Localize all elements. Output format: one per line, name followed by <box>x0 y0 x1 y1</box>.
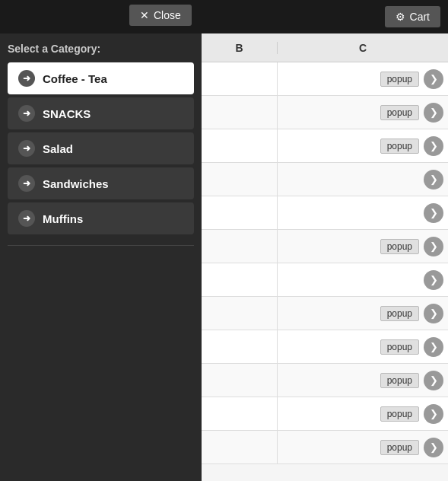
close-label: Close <box>154 9 181 21</box>
popup-button[interactable]: popup <box>380 306 419 321</box>
popup-button[interactable]: popup <box>380 139 419 154</box>
row-col-c: popup❯ <box>278 371 448 390</box>
category-label: Muffins <box>43 212 83 225</box>
table-row: popup❯ <box>202 129 448 163</box>
row-col-b <box>202 230 278 263</box>
row-col-c: popup❯ <box>278 337 448 357</box>
row-col-b <box>202 96 278 129</box>
arrow-icon: ➜ <box>18 140 35 157</box>
row-col-b <box>202 364 278 397</box>
row-nav-button[interactable]: ❯ <box>424 69 443 89</box>
sidebar-item-sandwiches[interactable]: ➜Sandwiches <box>8 167 194 199</box>
row-nav-button[interactable]: ❯ <box>424 203 443 223</box>
row-nav-button[interactable]: ❯ <box>424 136 443 156</box>
category-select-label: Select a Category: <box>8 43 194 55</box>
main-layout: Select a Category: ➜Coffee - Tea➜SNACKS➜… <box>0 33 448 481</box>
table-row: ❯ <box>202 196 448 230</box>
table-row: ❯ <box>202 263 448 297</box>
row-nav-button[interactable]: ❯ <box>424 103 443 123</box>
table-row: popup❯ <box>202 431 448 464</box>
content-area: B C popup❯popup❯popup❯❯❯popup❯❯popup❯pop… <box>202 33 448 481</box>
table-row: ❯ <box>202 163 448 196</box>
arrow-icon: ➜ <box>18 175 35 192</box>
sidebar-item-snacks[interactable]: ➜SNACKS <box>8 97 194 129</box>
popup-button[interactable]: popup <box>380 373 419 388</box>
row-col-c: popup❯ <box>278 404 448 424</box>
row-col-b <box>202 431 278 463</box>
row-col-c: ❯ <box>278 270 448 290</box>
category-label: Sandwiches <box>43 177 109 190</box>
row-nav-button[interactable]: ❯ <box>424 371 443 390</box>
table-body: popup❯popup❯popup❯❯❯popup❯❯popup❯popup❯p… <box>202 62 448 464</box>
popup-button[interactable]: popup <box>380 72 419 87</box>
row-nav-button[interactable]: ❯ <box>424 304 443 323</box>
row-nav-button[interactable]: ❯ <box>424 170 443 190</box>
row-col-c: popup❯ <box>278 438 448 457</box>
category-label: Salad <box>43 142 73 155</box>
table-header: B C <box>202 33 448 62</box>
row-col-b <box>202 397 278 430</box>
arrow-icon: ➜ <box>18 210 35 227</box>
row-nav-button[interactable]: ❯ <box>424 237 443 256</box>
sidebar-divider <box>8 245 194 246</box>
row-col-b <box>202 297 278 330</box>
row-col-c: popup❯ <box>278 136 448 156</box>
col-c-header: C <box>278 42 448 54</box>
row-col-b <box>202 129 278 162</box>
arrow-icon: ➜ <box>18 105 35 122</box>
sidebar-item-salad[interactable]: ➜Salad <box>8 132 194 164</box>
row-col-c: ❯ <box>278 203 448 223</box>
popup-button[interactable]: popup <box>380 406 419 422</box>
row-col-b <box>202 62 278 95</box>
app-header: ✕ Close Menu ⚙ Cart <box>0 0 448 33</box>
popup-button[interactable]: popup <box>380 339 419 355</box>
row-nav-button[interactable]: ❯ <box>424 337 443 357</box>
cart-button[interactable]: ⚙ Cart <box>385 6 440 27</box>
table-row: popup❯ <box>202 96 448 129</box>
arrow-icon: ➜ <box>18 70 35 87</box>
table-row: popup❯ <box>202 364 448 397</box>
row-col-c: popup❯ <box>278 304 448 323</box>
category-label: SNACKS <box>43 107 91 120</box>
table-row: popup❯ <box>202 62 448 96</box>
popup-button[interactable]: popup <box>380 239 419 254</box>
cart-label: Cart <box>410 11 430 23</box>
sidebar-item-coffee-tea[interactable]: ➜Coffee - Tea <box>8 62 194 94</box>
close-icon: ✕ <box>140 9 149 21</box>
close-button[interactable]: ✕ Close <box>129 5 192 26</box>
sidebar: Select a Category: ➜Coffee - Tea➜SNACKS➜… <box>0 33 202 481</box>
table-row: popup❯ <box>202 397 448 431</box>
row-col-b <box>202 196 278 229</box>
category-label: Coffee - Tea <box>43 72 107 85</box>
row-col-b <box>202 263 278 296</box>
gear-icon: ⚙ <box>396 11 405 23</box>
popup-button[interactable]: popup <box>380 440 419 455</box>
table-row: popup❯ <box>202 297 448 330</box>
row-col-c: popup❯ <box>278 69 448 89</box>
row-col-c: popup❯ <box>278 237 448 256</box>
row-nav-button[interactable]: ❯ <box>424 270 443 290</box>
table-row: popup❯ <box>202 230 448 263</box>
row-nav-button[interactable]: ❯ <box>424 404 443 424</box>
col-b-header: B <box>202 42 278 54</box>
table-row: popup❯ <box>202 330 448 364</box>
row-col-c: ❯ <box>278 170 448 190</box>
row-nav-button[interactable]: ❯ <box>424 438 443 457</box>
row-col-b <box>202 163 278 196</box>
category-list: ➜Coffee - Tea➜SNACKS➜Salad➜Sandwiches➜Mu… <box>8 62 194 237</box>
sidebar-item-muffins[interactable]: ➜Muffins <box>8 202 194 234</box>
row-col-b <box>202 330 278 363</box>
row-col-c: popup❯ <box>278 103 448 123</box>
popup-button[interactable]: popup <box>380 105 419 120</box>
